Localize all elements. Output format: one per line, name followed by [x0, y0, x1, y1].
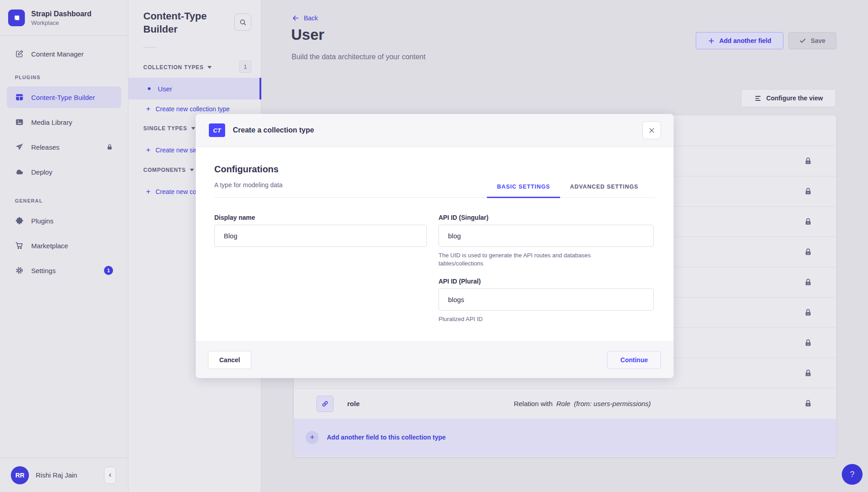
- brand-name: Strapi Dashboard: [31, 9, 91, 18]
- cart-icon: [15, 241, 24, 250]
- settings-tabs: BASIC SETTINGS ADVANCED SETTINGS: [487, 176, 648, 197]
- display-name-label: Display name: [214, 214, 427, 221]
- strapi-logo-icon: [8, 9, 25, 26]
- sidebar-item-releases[interactable]: Releases: [7, 136, 121, 158]
- tab-advanced-settings[interactable]: ADVANCED SETTINGS: [560, 176, 648, 197]
- cancel-button[interactable]: Cancel: [208, 351, 251, 369]
- sidebar-heading-general: GENERAL: [7, 198, 121, 203]
- sidebar-item-media-library[interactable]: Media Library: [7, 111, 121, 133]
- configurations-subtitle: A type for modeling data: [214, 181, 283, 189]
- add-another-field-button[interactable]: Add another field: [696, 32, 783, 49]
- lock-icon: [804, 308, 812, 317]
- display-name-input[interactable]: [214, 225, 427, 247]
- api-id-plural-input[interactable]: [439, 289, 654, 311]
- sidebar-item-settings[interactable]: Settings 1: [7, 260, 121, 281]
- create-collection-type-label: Create new collection type: [156, 105, 230, 113]
- check-icon: [799, 38, 806, 44]
- collapse-sidebar-button[interactable]: ‹: [104, 467, 116, 484]
- back-label: Back: [304, 14, 318, 22]
- sidebar-item-label: Media Library: [31, 118, 113, 126]
- sidebar-item-content-manager[interactable]: Content Manager: [7, 43, 121, 65]
- modal-footer: Cancel Continue: [196, 341, 674, 378]
- relation-target: Role: [557, 400, 571, 407]
- create-collection-type-modal: CT Create a collection type Configuratio…: [196, 114, 674, 378]
- api-id-singular-input[interactable]: [439, 225, 654, 247]
- save-button[interactable]: Save: [788, 32, 836, 49]
- sidebar: Strapi Dashboard Workplace Content Manag…: [0, 0, 128, 492]
- sidebar-item-label: Settings: [31, 267, 97, 274]
- sidebar-footer: RR Rishi Raj Jain ‹: [0, 458, 128, 492]
- pen-icon: [15, 49, 24, 58]
- gear-icon: [15, 266, 24, 275]
- api-id-plural-help: Pluralized API ID: [439, 315, 654, 323]
- page-subtitle: Build the data architecture of your cont…: [292, 53, 425, 61]
- table-row-role: role Relation with Role (from: users-per…: [294, 388, 836, 419]
- lock-icon: [804, 157, 812, 166]
- lock-icon: [804, 339, 812, 347]
- lock-icon: [804, 369, 812, 378]
- collection-type-item-user[interactable]: User: [128, 78, 261, 99]
- lock-icon: [106, 144, 113, 151]
- layout-grid-icon: [15, 93, 24, 102]
- picture-icon: [15, 118, 24, 127]
- sidebar-item-label: Content Manager: [31, 50, 113, 58]
- configurations-title: Configurations: [214, 164, 278, 175]
- api-id-singular-help: The UID is used to generate the API rout…: [439, 251, 601, 268]
- paper-plane-icon: [15, 142, 24, 151]
- configure-view-label: Configure the view: [766, 95, 823, 102]
- lock-icon: [804, 187, 812, 196]
- lock-icon: [804, 278, 812, 287]
- collection-types-label: COLLECTION TYPES: [143, 64, 203, 71]
- save-label: Save: [811, 37, 826, 44]
- components-label: COMPONENTS: [143, 167, 186, 173]
- field-name: role: [347, 400, 360, 407]
- relation-prefix: Relation with: [514, 400, 552, 407]
- configure-view-button[interactable]: Configure the view: [741, 89, 836, 107]
- continue-button[interactable]: Continue: [607, 351, 661, 369]
- collection-types-heading[interactable]: COLLECTION TYPES: [143, 64, 212, 71]
- create-collection-type-link[interactable]: + Create new collection type: [146, 104, 230, 114]
- bullet-icon: [148, 87, 151, 90]
- single-types-label: SINGLE TYPES: [143, 125, 187, 132]
- api-id-plural-label: API ID (Plural): [439, 278, 654, 285]
- sidebar-item-content-type-builder[interactable]: Content-Type Builder: [7, 86, 121, 108]
- help-button[interactable]: ?: [842, 464, 863, 485]
- sidebar-item-label: Plugins: [31, 217, 113, 225]
- api-id-singular-label: API ID (Singular): [439, 214, 654, 221]
- divider: [143, 47, 156, 47]
- modal-fields: Display name API ID (Singular) The UID i…: [214, 214, 655, 323]
- relation-field-icon-box: [316, 396, 334, 412]
- avatar[interactable]: RR: [11, 466, 29, 484]
- sidebar-item-plugins[interactable]: Plugins: [7, 210, 121, 232]
- workspace-brand[interactable]: Strapi Dashboard Workplace: [0, 0, 128, 36]
- lock-icon: [804, 399, 812, 408]
- add-field-row[interactable]: + Add another field to this collection t…: [294, 419, 836, 456]
- modal-title: Create a collection type: [233, 126, 314, 134]
- workspace-name: Workplace: [31, 19, 91, 26]
- modal-body: Configurations A type for modeling data …: [196, 147, 674, 341]
- single-types-heading[interactable]: SINGLE TYPES: [143, 125, 195, 132]
- sidebar-item-label: Marketplace: [31, 242, 113, 250]
- filter-lines-icon: [754, 95, 762, 102]
- arrow-left-icon: [292, 14, 300, 22]
- sidebar-item-label: Content-Type Builder: [31, 94, 113, 101]
- close-modal-button[interactable]: [642, 121, 661, 139]
- sidebar-item-marketplace[interactable]: Marketplace: [7, 235, 121, 256]
- collection-type-label: User: [158, 85, 172, 93]
- tab-basic-settings[interactable]: BASIC SETTINGS: [487, 176, 560, 197]
- plus-icon: [708, 38, 715, 44]
- add-field-row-label: Add another field to this collection typ…: [327, 434, 446, 441]
- sidebar-nav: Content Manager PLUGINS Content-Type Bui…: [0, 36, 128, 281]
- field-type-description: Relation with Role (from: users-permissi…: [514, 400, 651, 407]
- components-heading[interactable]: COMPONENTS: [143, 167, 194, 173]
- collection-count-badge: 1: [239, 61, 251, 73]
- lock-icon: [804, 218, 812, 226]
- sidebar-heading-plugins: PLUGINS: [7, 75, 121, 80]
- chevron-down-icon: [208, 66, 212, 69]
- back-link[interactable]: Back: [292, 14, 318, 22]
- relation-suffix: (from: users-permissions): [574, 400, 651, 407]
- search-icon: [239, 19, 247, 26]
- lock-icon: [804, 248, 812, 256]
- search-button[interactable]: [234, 14, 251, 31]
- sidebar-item-deploy[interactable]: Deploy: [7, 161, 121, 183]
